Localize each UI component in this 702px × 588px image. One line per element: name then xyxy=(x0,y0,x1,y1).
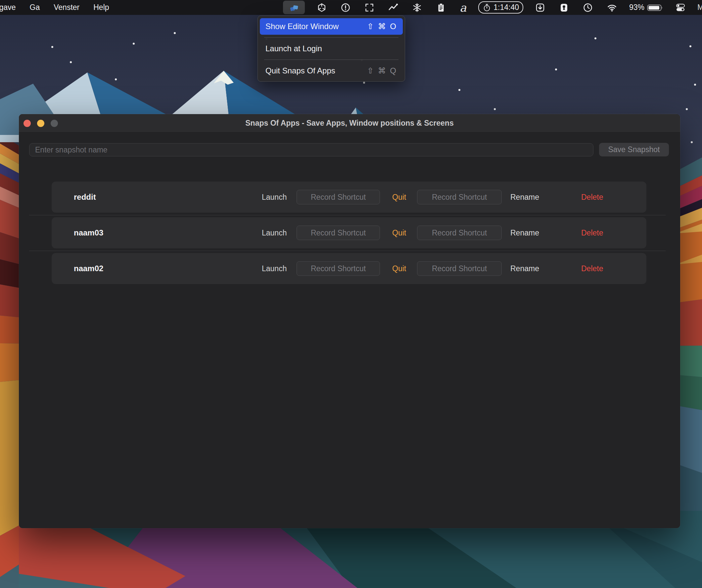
battery-indicator[interactable]: 93% xyxy=(629,3,664,13)
menu-separator xyxy=(264,37,398,38)
activity-icon[interactable] xyxy=(386,1,400,14)
status-icons: a 1:14:40 xyxy=(283,0,702,15)
record-launch-shortcut-button[interactable]: Record Shortcut xyxy=(297,261,380,276)
minimize-button[interactable] xyxy=(37,120,44,127)
snapshot-name: naam02 xyxy=(74,264,103,273)
menu-help[interactable]: Help xyxy=(86,0,116,15)
timer-pill[interactable]: 1:14:40 xyxy=(478,1,523,14)
snapshot-row-reddit: reddit Launch Record Shortcut Quit Recor… xyxy=(51,181,647,212)
script-a-icon[interactable]: a xyxy=(458,1,468,14)
expand-icon[interactable] xyxy=(362,1,376,14)
delete-button[interactable]: Delete xyxy=(581,229,603,238)
snapshot-name: reddit xyxy=(74,192,96,202)
rename-button[interactable]: Rename xyxy=(510,193,539,202)
snapshot-name-input[interactable] xyxy=(29,143,593,156)
menu-separator xyxy=(264,59,398,60)
menu-ga[interactable]: Ga xyxy=(23,0,47,15)
window-title: Snaps Of Apps - Save Apps, Window positi… xyxy=(19,114,680,132)
snaps-tray-menu: Show Editor Window ⇧ ⌘ O Launch at Login… xyxy=(257,16,405,82)
quit-button[interactable]: Quit xyxy=(392,193,406,202)
row-separator xyxy=(29,215,666,215)
timer-icon xyxy=(483,3,491,12)
close-button[interactable] xyxy=(23,120,31,127)
menu-item-show-editor-window[interactable]: Show Editor Window ⇧ ⌘ O xyxy=(260,18,403,35)
record-quit-shortcut-button[interactable]: Record Shortcut xyxy=(417,226,502,240)
rename-button[interactable]: Rename xyxy=(510,264,539,273)
record-quit-shortcut-button[interactable]: Record Shortcut xyxy=(417,190,502,204)
app-menus: rgave Ga Venster Help xyxy=(0,0,116,15)
menu-bar: rgave Ga Venster Help xyxy=(0,0,702,15)
snaps-app-icon[interactable] xyxy=(283,1,305,14)
row-separator xyxy=(29,251,666,251)
delete-button[interactable]: Delete xyxy=(581,264,603,273)
clipboard-icon[interactable] xyxy=(434,1,448,14)
menu-venster[interactable]: Venster xyxy=(47,0,86,15)
rename-button[interactable]: Rename xyxy=(510,229,539,238)
launch-button[interactable]: Launch xyxy=(262,193,286,202)
shortcut-show-editor: ⇧ ⌘ O xyxy=(367,22,397,31)
wifi-icon[interactable] xyxy=(605,1,619,14)
snapshot-row-naam02: naam02 Launch Record Shortcut Quit Recor… xyxy=(51,253,647,284)
history-alert-icon[interactable] xyxy=(339,1,352,14)
timer-time: 1:14:40 xyxy=(493,3,519,12)
quit-button[interactable]: Quit xyxy=(392,264,406,273)
launch-button[interactable]: Launch xyxy=(262,229,286,238)
record-launch-shortcut-button[interactable]: Record Shortcut xyxy=(297,226,380,240)
save-snapshot-button[interactable]: Save Snapshot xyxy=(599,143,669,156)
launch-button[interactable]: Launch xyxy=(262,264,286,273)
record-launch-shortcut-button[interactable]: Record Shortcut xyxy=(297,190,380,204)
password-icon[interactable] xyxy=(557,1,571,14)
snapshot-row-naam03: naam03 Launch Record Shortcut Quit Recor… xyxy=(51,217,647,248)
control-center-icon[interactable] xyxy=(674,1,687,14)
delete-button[interactable]: Delete xyxy=(581,193,603,202)
clock-icon[interactable] xyxy=(581,1,595,14)
zoom-button[interactable] xyxy=(50,120,58,127)
menu-item-launch-at-login[interactable]: Launch at Login xyxy=(260,40,403,57)
snaps-of-apps-window: Snaps Of Apps - Save Apps, Window positi… xyxy=(19,114,680,528)
menu-item-quit-snaps[interactable]: Quit Snaps Of Apps ⇧ ⌘ Q xyxy=(260,62,403,79)
menu-bar-date[interactable]: Ma xyxy=(697,3,702,12)
shortcut-quit: ⇧ ⌘ Q xyxy=(367,66,397,76)
battery-percent: 93% xyxy=(629,3,645,12)
menu-weergave[interactable]: rgave xyxy=(0,0,23,15)
battery-icon xyxy=(647,3,664,13)
title-bar[interactable]: Snaps Of Apps - Save Apps, Window positi… xyxy=(19,114,680,133)
snowflake-icon[interactable] xyxy=(410,1,424,14)
record-quit-shortcut-button[interactable]: Record Shortcut xyxy=(417,261,502,276)
snapshot-name: naam03 xyxy=(74,228,103,238)
download-icon[interactable] xyxy=(533,1,547,14)
chatgpt-icon[interactable] xyxy=(315,1,329,14)
quit-button[interactable]: Quit xyxy=(392,229,406,238)
